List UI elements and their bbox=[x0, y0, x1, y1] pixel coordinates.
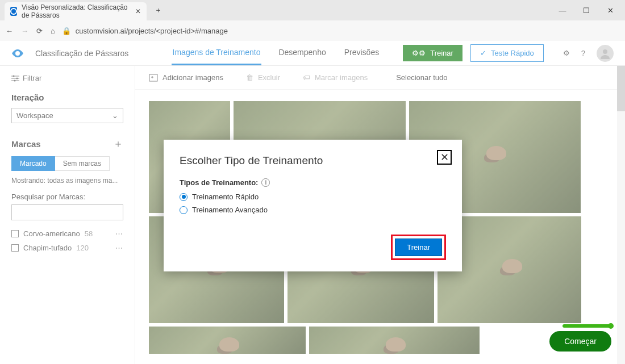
search-label: Pesquisar por Marcas: bbox=[11, 193, 123, 201]
add-image-icon bbox=[149, 74, 158, 82]
iteration-select[interactable]: Workspace ⌄ bbox=[11, 108, 123, 123]
modal-title: Escolher Tipo de Treinamento bbox=[180, 154, 446, 167]
quick-test-button[interactable]: ✓ Teste Rápido bbox=[470, 44, 544, 62]
select-all-button[interactable]: Selecionar tudo bbox=[396, 73, 447, 82]
header-actions: ⚙⚙ Treinar ✓ Teste Rápido bbox=[403, 44, 544, 62]
modal-close-button[interactable]: ✕ bbox=[437, 150, 452, 165]
image-thumbnail[interactable] bbox=[309, 327, 480, 354]
radio-advanced-training[interactable]: Treinamento Avançado bbox=[180, 206, 446, 214]
favicon-icon bbox=[10, 7, 17, 16]
tag-images-label: Marcar imagens bbox=[315, 73, 368, 82]
tags-heading: Marcas bbox=[11, 139, 41, 149]
pill-tagged[interactable]: Marcado bbox=[11, 156, 55, 171]
radio-icon[interactable] bbox=[180, 206, 188, 214]
add-images-label: Adicionar imagens bbox=[163, 73, 223, 82]
minimize-icon[interactable]: — bbox=[556, 6, 569, 15]
tab-close-icon[interactable]: ✕ bbox=[135, 7, 141, 15]
tag-more-icon[interactable]: ⋯ bbox=[115, 229, 123, 238]
browser-tab[interactable]: Visão Personalizada: Classificação de Pá… bbox=[5, 2, 147, 20]
tag-name: Chapim-tufado bbox=[23, 244, 72, 252]
nav-icons: ← → ⟳ ⌂ bbox=[6, 27, 55, 35]
chevron-down-icon: ⌄ bbox=[112, 111, 118, 120]
radio-icon[interactable] bbox=[180, 193, 188, 201]
gear-icon[interactable]: ⚙ bbox=[563, 49, 570, 57]
lock-icon: 🔒 bbox=[62, 27, 71, 35]
svg-point-1 bbox=[13, 75, 15, 77]
tag-more-icon[interactable]: ⋯ bbox=[115, 244, 123, 252]
progress-indicator bbox=[562, 324, 611, 328]
sidebar: Filtrar Iteração Workspace ⌄ Marcas ＋ Ma… bbox=[0, 66, 135, 364]
tab-predictions[interactable]: Previsões bbox=[343, 41, 380, 65]
url-text: customvision.ai/projects/<project-id>#/m… bbox=[76, 27, 228, 35]
trash-icon: 🗑 bbox=[246, 73, 253, 82]
delete-button[interactable]: 🗑 Excluir bbox=[246, 73, 280, 82]
tag-count: 58 bbox=[85, 229, 93, 238]
radio-label: Treinamento Avançado bbox=[192, 206, 268, 214]
tag-icon: 🏷 bbox=[303, 73, 310, 82]
svg-rect-4 bbox=[149, 74, 157, 81]
checkbox-icon[interactable] bbox=[11, 230, 19, 237]
project-name: Classificação de Pássaros bbox=[35, 49, 128, 58]
reload-icon[interactable]: ⟳ bbox=[36, 27, 43, 35]
tag-item[interactable]: Chapim-tufado 120 ⋯ bbox=[11, 244, 123, 252]
tags-header: Marcas ＋ bbox=[11, 137, 123, 150]
home-icon[interactable]: ⌂ bbox=[51, 27, 55, 35]
scrollbar[interactable] bbox=[617, 66, 625, 364]
check-icon: ✓ bbox=[480, 49, 486, 57]
highlight-box: Treinar bbox=[391, 235, 446, 260]
address-bar: ← → ⟳ ⌂ 🔒 customvision.ai/projects/<proj… bbox=[0, 20, 625, 41]
fab-container: Começar bbox=[549, 324, 611, 352]
window-controls: — ☐ ✕ bbox=[556, 6, 625, 15]
scroll-thumb[interactable] bbox=[617, 66, 625, 111]
radio-quick-training[interactable]: Treinamento Rápido bbox=[180, 193, 446, 201]
filter-label: Filtrar bbox=[23, 74, 41, 82]
back-icon[interactable]: ← bbox=[6, 27, 13, 35]
add-tag-button[interactable]: ＋ bbox=[113, 137, 123, 150]
tab-training-images[interactable]: Imagens de Treinamento bbox=[172, 41, 262, 65]
new-tab-button[interactable]: ＋ bbox=[150, 2, 166, 18]
training-type-modal: Escolher Tipo de Treinamento ✕ Tipos de … bbox=[164, 140, 462, 271]
tab-title: Visão Personalizada: Classificação de Pá… bbox=[22, 3, 131, 19]
add-images-button[interactable]: Adicionar imagens bbox=[149, 73, 223, 82]
train-button[interactable]: ⚙⚙ Treinar bbox=[403, 45, 463, 61]
pill-untagged[interactable]: Sem marcas bbox=[55, 156, 110, 171]
close-window-icon[interactable]: ✕ bbox=[603, 6, 617, 15]
train-button-label: Treinar bbox=[430, 49, 453, 57]
start-fab-button[interactable]: Começar bbox=[549, 331, 611, 352]
svg-point-0 bbox=[603, 49, 607, 54]
checkbox-icon[interactable] bbox=[11, 244, 19, 252]
avatar[interactable] bbox=[597, 45, 614, 62]
info-icon[interactable]: i bbox=[261, 178, 270, 187]
app-header: Classificação de Pássaros Imagens de Tre… bbox=[0, 41, 625, 66]
browser-chrome: Visão Personalizada: Classificação de Pá… bbox=[0, 0, 625, 41]
filter-toggle[interactable]: Filtrar bbox=[11, 74, 123, 82]
training-types-label: Tipos de Treinamento: i bbox=[180, 178, 446, 187]
header-icons: ⚙ ? bbox=[563, 45, 614, 62]
quick-test-label: Teste Rápido bbox=[491, 49, 534, 57]
main-tabs: Imagens de Treinamento Desempenho Previs… bbox=[172, 41, 381, 65]
forward-icon[interactable]: → bbox=[21, 27, 28, 35]
iteration-value: Workspace bbox=[16, 111, 53, 120]
maximize-icon[interactable]: ☐ bbox=[580, 6, 593, 15]
radio-label: Treinamento Rápido bbox=[192, 193, 259, 201]
tag-name: Corvo-americano bbox=[23, 229, 80, 238]
tag-filter-pills: Marcado Sem marcas bbox=[11, 156, 123, 171]
tag-item[interactable]: Corvo-americano 58 ⋯ bbox=[11, 229, 123, 238]
sliders-icon bbox=[11, 75, 19, 82]
toolbar: Adicionar imagens 🗑 Excluir 🏷 Marcar ima… bbox=[135, 66, 625, 90]
help-icon[interactable]: ? bbox=[581, 49, 585, 57]
tab-bar: Visão Personalizada: Classificação de Pá… bbox=[0, 0, 625, 20]
image-thumbnail[interactable] bbox=[149, 327, 306, 354]
svg-point-3 bbox=[14, 80, 16, 81]
url-display[interactable]: 🔒 customvision.ai/projects/<project-id>#… bbox=[62, 27, 228, 35]
tab-performance[interactable]: Desempenho bbox=[277, 41, 327, 65]
modal-train-button[interactable]: Treinar bbox=[395, 239, 442, 256]
gears-icon: ⚙⚙ bbox=[412, 49, 426, 57]
types-label-text: Tipos de Treinamento: bbox=[180, 178, 258, 187]
tag-count: 120 bbox=[76, 244, 89, 252]
tag-search-input[interactable] bbox=[11, 204, 123, 220]
iteration-heading: Iteração bbox=[11, 93, 123, 102]
modal-footer: Treinar bbox=[180, 235, 446, 260]
select-all-label: Selecionar tudo bbox=[396, 73, 447, 82]
tag-images-button[interactable]: 🏷 Marcar imagens bbox=[303, 73, 368, 82]
